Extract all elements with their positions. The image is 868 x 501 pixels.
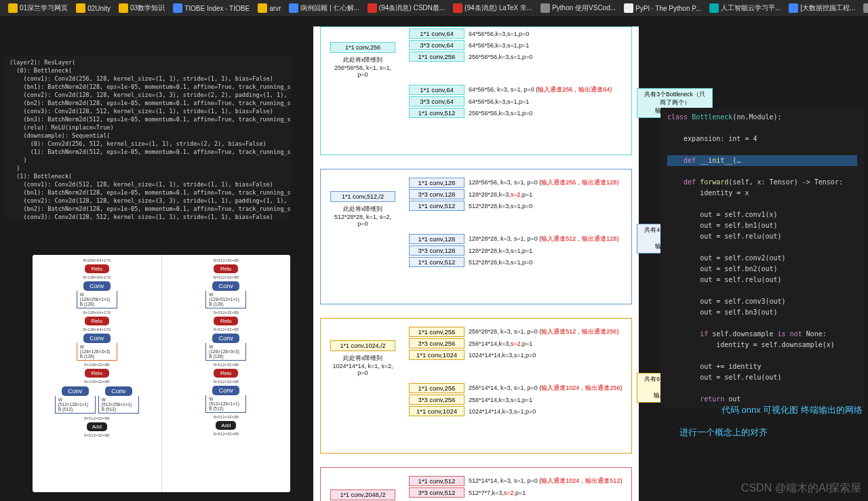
- conv-box: 3*3 conv,512: [409, 487, 465, 498]
- conv-detail-selected: W (128×128×3×3)B (128): [77, 343, 117, 361]
- bookmark-item[interactable]: 01深兰学习网页: [5, 2, 71, 14]
- site-icon: [540, 3, 550, 13]
- bookmark-item[interactable]: 病例回顾 | 仁心解...: [286, 2, 362, 14]
- annotation-text-1: 代码 onnx 可视化图 终端输出的网络: [722, 404, 863, 416]
- folder-icon: [258, 3, 267, 13]
- folder-icon: [76, 3, 85, 13]
- relu-node: Relu: [85, 264, 109, 273]
- downsample-box: 1*1 conv,256: [330, 42, 395, 53]
- conv-box: 1*1 conv,512: [409, 108, 465, 118]
- relu-node: Relu: [214, 317, 238, 325]
- conv-detail: W (128×256×1×1)B (128): [77, 291, 117, 308]
- main-canvas: (layer2): ResLayer( (0): Bottleneck( (co…: [0, 16, 868, 501]
- bookmark-item[interactable]: 03数学知识: [116, 2, 167, 14]
- bookmark-item[interactable]: (94条消息) CSDN最...: [365, 2, 448, 14]
- bookmark-item[interactable]: (94条消息) LaTeX 常...: [450, 2, 535, 14]
- downsample-box: 1*1 conv,1024,/2: [330, 340, 395, 351]
- bookmark-item[interactable]: 05_推荐NLP基础_免...: [861, 2, 868, 14]
- spec-text: 256*56*56,k=3,s=1,p=0: [469, 54, 532, 60]
- folder-icon: [119, 3, 128, 13]
- relu-node: Relu: [85, 317, 109, 325]
- spec-text: 1024*14*14,k=3,s=1,p=0: [469, 408, 536, 415]
- conv-box: 3*3 conv,256: [409, 395, 465, 405]
- conv-box: 3*3 conv,256: [409, 338, 465, 348]
- conv-box: 1*1 conv,512: [409, 476, 465, 486]
- edge-label: 8×512×32×88: [162, 363, 291, 367]
- conv-box: 1*1 conv,1024: [409, 406, 465, 416]
- conv-box: 3*3 conv,64: [409, 40, 465, 50]
- spec-text: 1024*14*14,k=3,s=1,p=0: [469, 352, 536, 359]
- edge-label: 8×128×32×88: [33, 380, 161, 384]
- conv-detail: W (512×128×1×1)B (512): [205, 395, 246, 413]
- conv-box: 1*1 conv,256: [409, 327, 465, 337]
- conv-box: 3*3 conv,128: [409, 245, 465, 256]
- spec-text: 256*28*28, k=3, s=1, p=0 (输入通道512，输出通道25…: [469, 327, 618, 336]
- edge-label: 8×512×32×88: [162, 432, 291, 436]
- conv-node: Conv: [212, 281, 239, 291]
- terminal-output-reslayer: (layer2): ResLayer( (0): Bottleneck( (co…: [5, 56, 290, 220]
- conv-node: Conv: [83, 334, 111, 343]
- edge-label: 8×512×32×88: [162, 380, 291, 384]
- add-node: Add: [216, 421, 236, 430]
- edge-label: 8×128×64×176: [33, 275, 161, 279]
- edge-label: 8×512×32×88: [162, 275, 291, 279]
- site-icon: [624, 3, 633, 13]
- edge-label: 8×512×32×88: [162, 415, 291, 419]
- spec-text: 256*56*56,k=3,s=1,p=0: [469, 110, 532, 117]
- site-icon: [453, 3, 462, 13]
- spec-text: 128*28*28,k=3,s=1,p=1: [469, 247, 532, 254]
- downsample-box: 1*1 conv,2048,/2: [330, 489, 395, 500]
- site-icon: [789, 3, 798, 13]
- relu-node: Relu: [214, 264, 238, 273]
- bookmark-item[interactable]: Python 使用VSCod...: [538, 2, 618, 14]
- spec-text: 128*28*28,k=3,s=2,p=1: [469, 191, 532, 198]
- resnet-architecture-diagram: 1*1 conv,256 此处将x降维到 256*56*56, k=1, s=1…: [313, 26, 639, 501]
- bookmark-item[interactable]: PyPI · The Python P...: [621, 2, 704, 14]
- site-icon: [368, 3, 377, 13]
- conv-node: Conv: [212, 334, 239, 343]
- conv-box: 3*3 conv,64: [409, 96, 465, 106]
- spec-text: 512*28*28,k=3,s=1,p=0: [469, 259, 532, 266]
- spec-text: 128*56*56, k=3, s=1, p=0 (输入通道256，输出通道12…: [469, 178, 618, 187]
- edge-label: 8×512×32×88: [162, 327, 291, 332]
- conv-box: 1*1 conv,256: [409, 383, 465, 393]
- conv-box: 1*1 conv,1024: [409, 350, 465, 360]
- spec-text: 128*28*28, k=3, s=1, p=0 (输入通道512，输出通道12…: [469, 235, 618, 243]
- spec-text: 512*7*7,k=3,s=2,p=1: [469, 489, 526, 496]
- site-icon: [863, 3, 868, 13]
- edge-label: 8×512×32×88: [33, 433, 161, 437]
- folder-icon: [8, 3, 18, 13]
- conv-detail: W (512×128×1×1)B (512): [55, 396, 96, 414]
- bookmark-item[interactable]: TIOBE Index - TIOBE: [170, 2, 252, 14]
- bookmark-item[interactable]: arvr: [255, 2, 283, 14]
- site-icon: [289, 3, 298, 13]
- spec-text: 512*14*14, k=3, s=1, p=0 (输入通道1024，输出通道5…: [469, 477, 622, 485]
- conv-detail: W (128×512×1×1)B (128): [205, 291, 246, 308]
- add-node: Add: [87, 422, 107, 431]
- downsample-caption: 此处将x降维到 512*28*28, k=1, s=2, p=0: [330, 205, 395, 227]
- conv-box: 1*1 conv,256: [409, 52, 465, 62]
- edge-label: 8×512×32×88: [162, 258, 291, 262]
- conv-box: 1*1 conv,64: [409, 28, 465, 39]
- bookmark-item[interactable]: [大数据挖掘工程...: [786, 2, 858, 14]
- bookmark-item[interactable]: 02Unity: [73, 2, 113, 14]
- relu-node: Relu: [214, 369, 238, 378]
- onnx-visualization: 8×256×64×176 Relu 8×128×64×176 Conv W (1…: [33, 255, 290, 492]
- spec-text: 64*56*56,k=3,s=1,p=0: [469, 31, 529, 37]
- downsample-box: 1*1 conv,512,/2: [330, 191, 395, 202]
- conv-box: 3*3 conv,128: [409, 189, 465, 199]
- bookmark-item[interactable]: 人工智能云学习平...: [707, 2, 783, 14]
- conv-box: 1*1 conv,128: [409, 178, 465, 188]
- edge-label: 8×128×64×176: [33, 310, 161, 315]
- spec-text: 256*14*14, k=3, s=1, p=0 (输入通道1024，输出通道2…: [469, 384, 622, 393]
- edge-label: 8×512×32×88: [33, 416, 161, 420]
- code-bottleneck-class: class Bottleneck(nn.Module): expansion: …: [660, 108, 864, 409]
- conv-box: 1*1 conv,64: [409, 85, 465, 95]
- spec-text: 64*56*56,k=3,s=1,p=1: [469, 98, 529, 105]
- edge-label: 8×256×64×176: [33, 258, 161, 262]
- spec-text: 512*28*28,k=3,s=1,p=0: [469, 203, 532, 209]
- conv-node: Conv: [62, 386, 89, 396]
- downsample-caption: 此处将x降维到 1024*14*14, k=1, s=2, p=0: [330, 354, 395, 376]
- annotation-text-2: 进行一个概念上的对齐: [679, 426, 768, 439]
- conv-box: 1*1 conv,512: [409, 201, 465, 211]
